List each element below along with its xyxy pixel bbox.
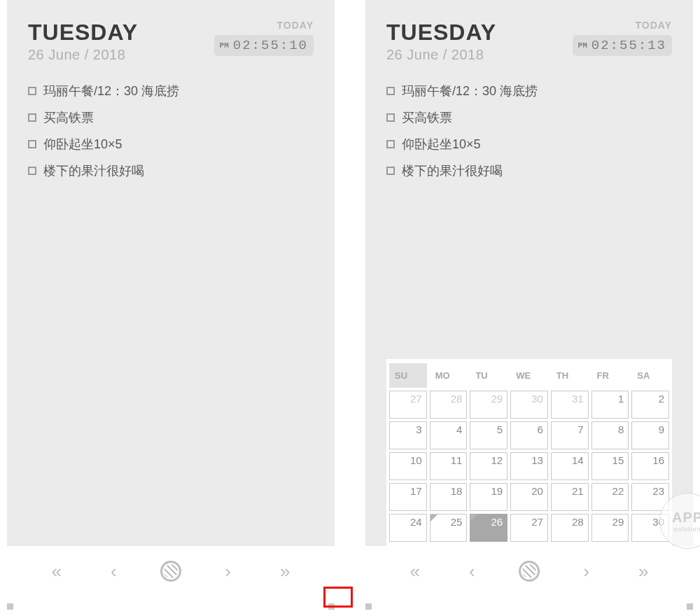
task-item[interactable]: 买高铁票: [28, 109, 314, 126]
nav-first-button[interactable]: «: [401, 557, 429, 585]
today-block: TODAY PM 02:55:10: [214, 20, 314, 56]
calendar-cell[interactable]: 29: [470, 391, 507, 419]
calendar-cell[interactable]: 26: [470, 514, 507, 542]
calendar-cell[interactable]: 5: [470, 421, 507, 449]
calendar-cell[interactable]: 18: [430, 483, 468, 511]
page-dot-icon: [7, 603, 13, 610]
nav-last-button[interactable]: »: [629, 557, 657, 585]
calendar-row: 17181920212223: [386, 483, 672, 511]
calendar-row: 272829303112: [386, 391, 672, 419]
date-line: 26 June / 2018: [386, 47, 496, 63]
calendar-row: 3456789: [386, 421, 672, 449]
task-item[interactable]: 楼下的果汁很好喝: [386, 162, 672, 179]
today-label: TODAY: [573, 20, 672, 31]
task-text: 仰卧起坐10×5: [43, 136, 122, 153]
calendar-weekday-row: SU MO TU WE TH FR SA: [386, 363, 672, 388]
calendar-cell[interactable]: 19: [470, 483, 507, 511]
calendar-cell[interactable]: 21: [551, 483, 589, 511]
checkbox-icon[interactable]: [386, 167, 395, 175]
calendar-cell[interactable]: 14: [551, 452, 589, 480]
weekday-mo[interactable]: MO: [430, 363, 468, 388]
calendar-row: 10111213141516: [386, 452, 672, 480]
checkbox-icon[interactable]: [28, 113, 36, 122]
calendar-cell[interactable]: 22: [592, 483, 629, 511]
checkbox-icon[interactable]: [386, 140, 395, 148]
watermark-line2: solution: [673, 526, 700, 533]
calendar-cell[interactable]: 31: [551, 391, 589, 419]
weekday-th[interactable]: TH: [551, 363, 589, 388]
weekday-tu[interactable]: TU: [470, 363, 507, 388]
calendar-cell[interactable]: 1: [592, 391, 629, 419]
task-item[interactable]: 玛丽午餐/12：30 海底捞: [386, 83, 672, 99]
calendar-cell[interactable]: 29: [592, 514, 629, 542]
watermark-line1: APP: [672, 510, 700, 526]
date-block: TUESDAY 26 June / 2018: [386, 20, 496, 63]
checkbox-icon[interactable]: [386, 113, 395, 122]
bottom-nav: « ‹ › »: [7, 546, 335, 596]
day-card: TUESDAY 26 June / 2018 TODAY PM 02:55:10…: [7, 0, 335, 546]
weekday-we[interactable]: WE: [510, 363, 548, 388]
calendar-cell[interactable]: 7: [551, 421, 589, 449]
nav-prev-button[interactable]: ‹: [99, 557, 127, 585]
clock-ampm: PM: [578, 41, 587, 50]
double-chevron-left-icon: «: [52, 561, 62, 582]
double-chevron-right-icon: »: [638, 561, 648, 582]
calendar-cell[interactable]: 27: [510, 514, 548, 542]
clock-time: 02:55:13: [592, 38, 666, 53]
calendar-cell[interactable]: 3: [389, 421, 427, 449]
calendar-cell[interactable]: 2: [631, 391, 669, 419]
nav-next-button[interactable]: ›: [573, 557, 601, 585]
clock-time: 02:55:10: [233, 38, 308, 53]
weekday-sa[interactable]: SA: [631, 363, 669, 388]
nav-last-button[interactable]: »: [271, 557, 299, 585]
calendar-cell[interactable]: 12: [470, 452, 507, 480]
task-text: 玛丽午餐/12：30 海底捞: [43, 83, 179, 99]
bottom-nav: « ‹ › »: [365, 546, 693, 596]
nav-today-button[interactable]: [157, 557, 185, 585]
checkbox-icon[interactable]: [28, 167, 36, 175]
task-item[interactable]: 仰卧起坐10×5: [28, 136, 314, 153]
calendar-cell[interactable]: 4: [430, 421, 468, 449]
nav-prev-button[interactable]: ‹: [458, 557, 486, 585]
task-list: 玛丽午餐/12：30 海底捞 买高铁票 仰卧起坐10×5 楼下的果汁很好喝: [386, 83, 672, 189]
chevron-right-icon: ›: [583, 561, 589, 582]
calendar-cell[interactable]: 25: [430, 514, 468, 542]
month-calendar: SU MO TU WE TH FR SA 2728293031123456789…: [386, 359, 672, 546]
checkbox-icon[interactable]: [28, 87, 36, 95]
dot-row: [358, 596, 700, 616]
task-item[interactable]: 楼下的果汁很好喝: [28, 162, 314, 179]
calendar-cell[interactable]: 9: [631, 421, 669, 449]
calendar-cell[interactable]: 11: [430, 452, 468, 480]
calendar-cell[interactable]: 28: [551, 514, 589, 542]
weekday-fr[interactable]: FR: [592, 363, 629, 388]
task-item[interactable]: 买高铁票: [386, 109, 672, 126]
day-name: TUESDAY: [28, 20, 138, 46]
calendar-cell[interactable]: 6: [510, 421, 548, 449]
calendar-cell[interactable]: 24: [389, 514, 427, 542]
calendar-cell[interactable]: 16: [631, 452, 669, 480]
nav-today-button[interactable]: [515, 557, 543, 585]
calendar-cell[interactable]: 30: [510, 391, 548, 419]
checkbox-icon[interactable]: [386, 87, 395, 95]
page-dot-icon: [687, 603, 693, 610]
calendar-cell[interactable]: 27: [389, 391, 427, 419]
weekday-su[interactable]: SU: [389, 363, 427, 388]
task-text: 玛丽午餐/12：30 海底捞: [402, 83, 538, 99]
chevron-right-icon: ›: [225, 561, 231, 582]
highlight-box: [323, 587, 353, 608]
calendar-cell[interactable]: 8: [592, 421, 629, 449]
calendar-cell[interactable]: 15: [592, 452, 629, 480]
checkbox-icon[interactable]: [28, 140, 36, 148]
task-list: 玛丽午餐/12：30 海底捞 买高铁票 仰卧起坐10×5 楼下的果汁很好喝: [28, 83, 314, 189]
day-name: TUESDAY: [386, 20, 496, 46]
calendar-cell[interactable]: 20: [510, 483, 548, 511]
calendar-cell[interactable]: 28: [430, 391, 468, 419]
right-pane: TUESDAY 26 June / 2018 TODAY PM 02:55:13…: [358, 0, 700, 616]
calendar-cell[interactable]: 10: [389, 452, 427, 480]
nav-first-button[interactable]: «: [43, 557, 71, 585]
nav-next-button[interactable]: ›: [214, 557, 242, 585]
task-item[interactable]: 仰卧起坐10×5: [386, 136, 672, 153]
calendar-cell[interactable]: 13: [510, 452, 548, 480]
calendar-cell[interactable]: 17: [389, 483, 427, 511]
task-item[interactable]: 玛丽午餐/12：30 海底捞: [28, 83, 314, 99]
